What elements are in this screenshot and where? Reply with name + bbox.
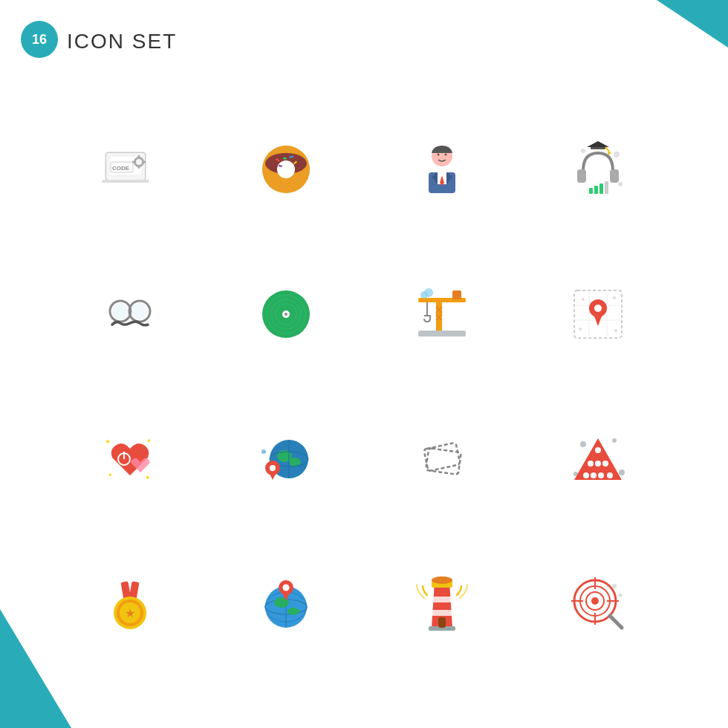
- icon-cell-globe-pin: [215, 539, 357, 669]
- icon-cell-location-pin: [527, 249, 669, 379]
- businessman-icon: [405, 132, 479, 207]
- svg-rect-41: [599, 183, 603, 194]
- svg-text:CODE: CODE: [112, 165, 130, 172]
- svg-rect-63: [418, 331, 466, 337]
- svg-point-104: [595, 461, 601, 467]
- svg-rect-33: [577, 169, 586, 183]
- svg-point-129: [432, 576, 452, 584]
- svg-text:✦: ✦: [146, 438, 152, 444]
- heart-power-icon: ✦ ✦ ✦ ✦: [93, 422, 167, 496]
- svg-point-142: [619, 593, 623, 597]
- icon-cell-disguise: [59, 249, 201, 379]
- svg-rect-126: [432, 597, 452, 602]
- svg-line-37: [605, 147, 609, 152]
- svg-point-121: [287, 608, 299, 615]
- svg-rect-42: [605, 181, 608, 194]
- svg-text:✦: ✦: [145, 474, 151, 481]
- icon-cell-card: [371, 394, 513, 524]
- svg-rect-95: [423, 442, 460, 470]
- svg-point-103: [588, 461, 594, 467]
- svg-rect-10: [143, 160, 146, 163]
- icon-cell-heart-power: ✦ ✦ ✦ ✦: [59, 394, 201, 524]
- svg-rect-9: [132, 160, 135, 163]
- svg-point-76: [579, 328, 582, 331]
- icon-cell-lighthouse: [371, 539, 513, 669]
- svg-rect-39: [589, 188, 593, 194]
- svg-rect-62: [452, 290, 461, 299]
- icon-cell-target-search: [527, 539, 669, 669]
- svg-marker-93: [269, 472, 276, 480]
- svg-rect-127: [432, 610, 452, 616]
- icon-cell-vinyl: [215, 249, 357, 379]
- svg-rect-11: [102, 180, 149, 183]
- medal-icon: ★: [93, 567, 167, 641]
- disguise-icon: [93, 277, 167, 351]
- svg-point-38: [608, 152, 611, 155]
- svg-rect-7: [138, 155, 140, 158]
- icon-cell-code: CODE: [59, 104, 201, 234]
- triangle-dots-icon: [561, 422, 635, 496]
- svg-point-44: [112, 303, 129, 319]
- svg-point-89: [261, 449, 266, 454]
- svg-text:✦: ✦: [105, 438, 111, 446]
- card-placeholder-icon: [405, 422, 479, 496]
- svg-rect-8: [138, 166, 140, 169]
- svg-point-65: [424, 288, 433, 297]
- svg-point-77: [614, 329, 617, 332]
- svg-point-100: [619, 469, 625, 475]
- svg-point-30: [614, 152, 620, 157]
- svg-point-102: [595, 447, 601, 453]
- svg-line-140: [610, 616, 622, 628]
- svg-point-54: [285, 313, 287, 316]
- svg-point-15: [277, 160, 295, 178]
- crane-icon: [405, 277, 479, 351]
- svg-point-72: [594, 305, 602, 312]
- svg-point-74: [582, 298, 585, 301]
- icon-cell-donut: [215, 104, 357, 234]
- icon-cell-crane: [371, 249, 513, 379]
- svg-rect-40: [594, 186, 598, 194]
- lighthouse-icon: [405, 567, 479, 641]
- svg-point-23: [445, 153, 447, 155]
- svg-point-107: [591, 472, 597, 478]
- svg-rect-131: [438, 617, 446, 628]
- global-location-icon: $: [249, 422, 323, 496]
- svg-point-108: [598, 472, 604, 478]
- page-title: ICON SET: [67, 30, 177, 53]
- svg-point-109: [607, 472, 613, 478]
- headphones-education-icon: [561, 132, 635, 207]
- svg-point-46: [131, 303, 148, 319]
- icon-grid: CODE: [45, 89, 683, 683]
- svg-point-75: [613, 296, 616, 299]
- svg-rect-34: [610, 169, 619, 183]
- icon-cell-triangle-dots: [527, 394, 669, 524]
- badge-number: 16: [21, 21, 58, 58]
- icon-cell-headphones: [527, 104, 669, 234]
- svg-text:$: $: [270, 466, 274, 472]
- vinyl-icon: [249, 277, 323, 351]
- svg-point-32: [618, 182, 623, 186]
- globe-pin-icon: [249, 567, 323, 641]
- svg-point-141: [612, 584, 617, 588]
- svg-point-105: [602, 461, 608, 467]
- icon-cell-global-location: $: [215, 394, 357, 524]
- svg-point-97: [580, 441, 586, 447]
- svg-point-22: [438, 153, 440, 155]
- icon-cell-businessman: [371, 104, 513, 234]
- svg-text:★: ★: [125, 607, 135, 620]
- svg-marker-36: [587, 141, 609, 147]
- donut-icon: [249, 132, 323, 207]
- svg-point-6: [136, 159, 142, 165]
- svg-point-123: [283, 584, 290, 591]
- location-pin-icon: [561, 277, 635, 351]
- icon-cell-medal: ★: [59, 539, 201, 669]
- svg-text:✦: ✦: [108, 472, 113, 478]
- svg-point-135: [591, 597, 599, 605]
- svg-point-29: [581, 149, 585, 153]
- svg-point-106: [583, 472, 589, 478]
- target-search-icon: [561, 567, 635, 641]
- code-icon: CODE: [93, 132, 167, 207]
- svg-point-98: [612, 438, 617, 443]
